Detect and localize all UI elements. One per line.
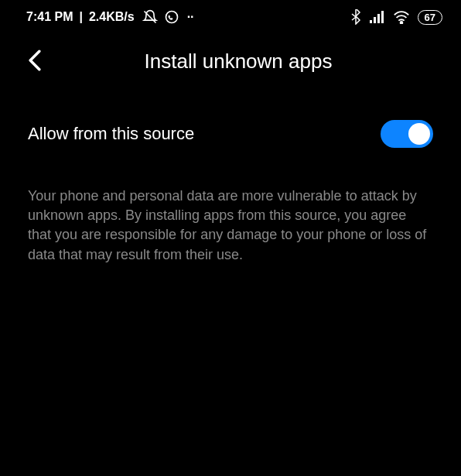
status-bar-right: 67 <box>350 9 442 25</box>
svg-point-6 <box>400 22 402 24</box>
svg-rect-5 <box>381 11 384 23</box>
header: Install unknown apps <box>0 31 461 89</box>
svg-rect-4 <box>377 14 380 23</box>
allow-source-toggle[interactable] <box>381 120 433 148</box>
status-separator: | <box>79 10 82 24</box>
status-bar-left: 7:41 PM | 2.4KB/s ·· <box>26 9 194 25</box>
signal-icon <box>370 11 385 23</box>
svg-point-1 <box>166 12 177 23</box>
status-data-rate: 2.4KB/s <box>89 10 135 24</box>
wifi-icon <box>393 10 410 24</box>
setting-label: Allow from this source <box>28 124 194 144</box>
svg-rect-3 <box>374 17 376 23</box>
status-dots: ·· <box>187 10 194 24</box>
status-time: 7:41 PM <box>26 10 73 24</box>
svg-rect-2 <box>370 20 372 23</box>
battery-indicator: 67 <box>418 10 442 25</box>
toggle-knob <box>408 123 430 145</box>
bluetooth-icon <box>350 9 362 25</box>
whatsapp-icon <box>164 9 179 25</box>
status-bar: 7:41 PM | 2.4KB/s ·· <box>0 0 461 31</box>
description-text: Your phone and personal data are more vu… <box>0 163 461 288</box>
setting-row: Allow from this source <box>0 89 461 163</box>
page-title: Install unknown apps <box>43 50 433 74</box>
dnd-icon <box>142 9 158 25</box>
back-button[interactable] <box>28 50 42 74</box>
